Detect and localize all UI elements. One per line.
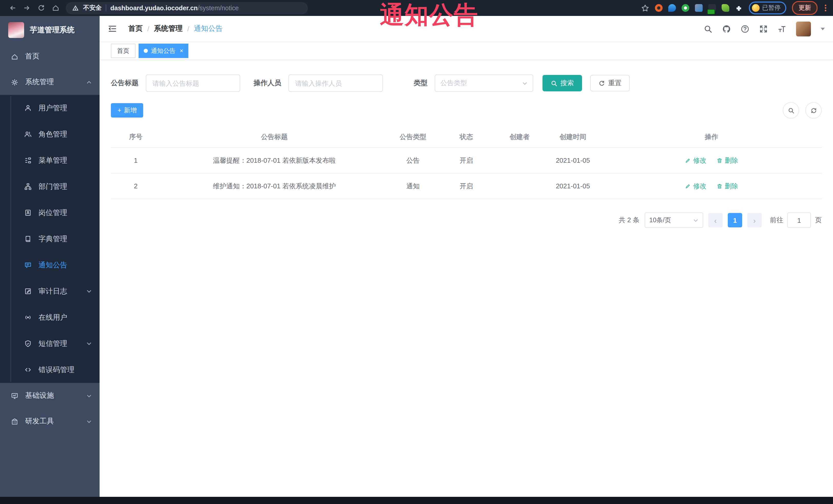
refresh-table-button[interactable] bbox=[805, 102, 822, 119]
breadcrumb-item[interactable]: 系统管理 bbox=[154, 24, 183, 33]
table-row[interactable]: 2 维护通知：2018-07-01 若依系统凌晨维护 通知 开启 2021-01… bbox=[111, 173, 822, 199]
page-number-current[interactable]: 1 bbox=[728, 213, 742, 227]
search-icon[interactable] bbox=[704, 24, 712, 33]
profile-paused-chip[interactable]: 已暂停 bbox=[749, 2, 786, 15]
sidebar-item-dev-tools[interactable]: 研发工具 bbox=[0, 409, 100, 434]
browser-forward-button[interactable] bbox=[20, 0, 34, 16]
extension-icon-blue-pin[interactable] bbox=[668, 4, 676, 12]
reset-button[interactable]: 重置 bbox=[590, 75, 630, 91]
edit-link-label: 修改 bbox=[693, 156, 707, 165]
sidebar-item-post-management[interactable]: 岗位管理 bbox=[0, 200, 100, 226]
main-area: 首页 / 系统管理 / 通知公告 首页 通知公告 × bbox=[100, 16, 833, 497]
chevron-down-icon bbox=[86, 418, 92, 424]
filter-form: 公告标题 操作人员 类型 公告类型 搜索 bbox=[111, 74, 822, 92]
delete-link[interactable]: 删除 bbox=[716, 182, 738, 191]
user-icon bbox=[24, 104, 32, 112]
page-size-select[interactable]: 10条/页 bbox=[645, 213, 703, 228]
sidebar-item-department-management[interactable]: 部门管理 bbox=[0, 173, 100, 200]
next-page-button[interactable]: › bbox=[747, 213, 762, 227]
edit-link[interactable]: 修改 bbox=[685, 156, 707, 165]
security-label: 不安全 bbox=[83, 4, 102, 12]
sidebar-item-label: 在线用户 bbox=[39, 313, 67, 322]
goto-suffix: 页 bbox=[815, 216, 822, 225]
table-row[interactable]: 1 温馨提醒：2018-07-01 若依新版本发布啦 公告 开启 2021-01… bbox=[111, 148, 822, 173]
fullscreen-icon[interactable] bbox=[759, 24, 768, 33]
sidebar-item-audit-log[interactable]: 审计日志 bbox=[0, 278, 100, 304]
sidebar-item-label: 错误码管理 bbox=[39, 365, 74, 375]
sidebar-item-system-management[interactable]: 系统管理 bbox=[0, 69, 100, 95]
sidebar-item-online-users[interactable]: 在线用户 bbox=[0, 304, 100, 331]
table-header-row: 序号 公告标题 公告类型 状态 创建者 创建时间 操作 bbox=[111, 127, 822, 148]
delete-link-label: 删除 bbox=[725, 156, 738, 165]
sidebar-item-user-management[interactable]: 用户管理 bbox=[0, 95, 100, 121]
tab-home[interactable]: 首页 bbox=[111, 44, 136, 58]
extensions-puzzle-icon[interactable] bbox=[735, 4, 743, 12]
prev-page-button[interactable]: ‹ bbox=[708, 213, 723, 227]
cell-status: 开启 bbox=[438, 173, 495, 199]
github-icon[interactable] bbox=[722, 24, 731, 33]
tab-notice-announcement[interactable]: 通知公告 × bbox=[139, 44, 188, 58]
goto-page-input[interactable] bbox=[787, 213, 811, 228]
cell-created-time: 2021-01-05 bbox=[545, 173, 601, 199]
delete-link[interactable]: 删除 bbox=[716, 156, 738, 165]
col-type: 公告类型 bbox=[388, 127, 438, 148]
extension-icon-green-circle[interactable] bbox=[682, 4, 689, 12]
sidebar-item-infrastructure[interactable]: 基础设施 bbox=[0, 383, 100, 409]
refresh-icon bbox=[810, 107, 817, 114]
font-size-icon[interactable] bbox=[778, 24, 786, 33]
chevron-up-icon bbox=[86, 79, 92, 85]
sidebar-item-label: 审计日志 bbox=[39, 287, 67, 296]
user-avatar[interactable] bbox=[796, 21, 811, 36]
browser-reload-button[interactable] bbox=[34, 0, 48, 16]
sidebar-item-label: 基础设施 bbox=[25, 391, 54, 400]
chevron-down-icon bbox=[693, 217, 698, 223]
sidebar-collapse-icon[interactable] bbox=[108, 24, 117, 33]
tab-close-icon[interactable]: × bbox=[180, 47, 183, 54]
browser-home-button[interactable] bbox=[48, 0, 63, 16]
sidebar-item-error-code-management[interactable]: 错误码管理 bbox=[0, 357, 100, 383]
tab-label: 通知公告 bbox=[151, 46, 175, 55]
sidebar-item-menu-management[interactable]: 菜单管理 bbox=[0, 147, 100, 173]
user-menu-caret-icon[interactable] bbox=[821, 27, 825, 32]
breadcrumb: 首页 / 系统管理 / 通知公告 bbox=[128, 24, 223, 33]
sidebar-item-sms-management[interactable]: 短信管理 bbox=[0, 331, 100, 357]
bookmark-star-icon[interactable] bbox=[641, 4, 649, 12]
chat-bubble-icon bbox=[24, 261, 32, 269]
sidebar-item-home[interactable]: 首页 bbox=[0, 44, 100, 69]
breadcrumb-item[interactable]: 首页 bbox=[128, 24, 143, 33]
col-actions: 操作 bbox=[601, 127, 822, 148]
help-question-icon[interactable] bbox=[741, 24, 749, 33]
add-button[interactable]: + 新增 bbox=[111, 103, 143, 118]
table-toolbar: + 新增 bbox=[111, 102, 822, 119]
sidebar-item-dict-management[interactable]: 字典管理 bbox=[0, 226, 100, 252]
sidebar-item-label: 首页 bbox=[25, 52, 40, 61]
extension-icon-diamond[interactable] bbox=[695, 4, 703, 12]
menu-tree-icon bbox=[24, 157, 32, 164]
plus-icon: + bbox=[118, 107, 121, 114]
org-tree-icon bbox=[24, 183, 32, 190]
notice-type-select[interactable]: 公告类型 bbox=[435, 74, 533, 92]
sidebar-item-role-management[interactable]: 角色管理 bbox=[0, 121, 100, 147]
extension-icon-orange[interactable] bbox=[655, 4, 663, 12]
chevron-down-icon bbox=[86, 288, 92, 294]
operator-input[interactable] bbox=[288, 74, 383, 92]
browser-update-button[interactable]: 更新 bbox=[792, 1, 817, 15]
edit-link[interactable]: 修改 bbox=[685, 182, 707, 191]
browser-back-button[interactable] bbox=[5, 0, 20, 16]
sidebar-item-label: 部门管理 bbox=[39, 182, 67, 191]
extension-icon-green-leaf[interactable] bbox=[722, 4, 729, 12]
extension-icon-dark-on-badge[interactable] bbox=[708, 4, 716, 12]
sidebar-item-notice-announcement[interactable]: 通知公告 bbox=[0, 252, 100, 278]
browser-menu-kebab-icon[interactable] bbox=[823, 5, 828, 11]
search-icon bbox=[551, 80, 557, 87]
total-count: 共 2 条 bbox=[619, 216, 640, 225]
search-button[interactable]: 搜索 bbox=[543, 75, 582, 91]
toggle-search-button[interactable] bbox=[783, 102, 799, 119]
system-management-submenu: 用户管理 角色管理 菜单管理 部门管理 岗位管理 字典管理 bbox=[0, 95, 100, 383]
chevron-down-icon bbox=[86, 341, 92, 346]
app-logo-row[interactable]: 芋道管理系统 bbox=[0, 16, 100, 44]
address-bar[interactable]: 不安全 dashboard.yudao.iocoder.cn/system/no… bbox=[66, 2, 308, 14]
sidebar: 芋道管理系统 首页 系统管理 用户管理 角色管理 菜单管理 bbox=[0, 16, 100, 497]
notice-title-input[interactable] bbox=[146, 74, 240, 92]
goto-prefix: 前往 bbox=[770, 216, 783, 225]
